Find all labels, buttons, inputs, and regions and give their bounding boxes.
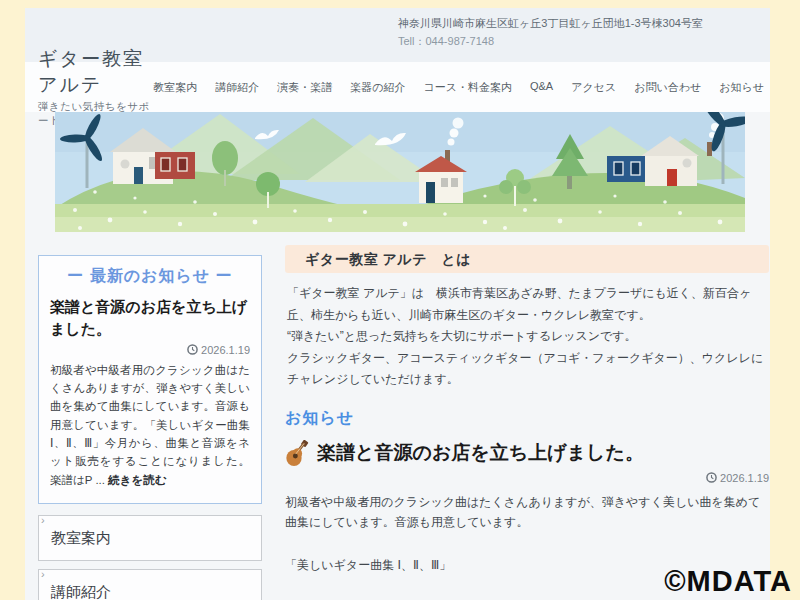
hero-image — [55, 112, 745, 232]
header-bar: ギター教室 アルテ 弾きたい気持ちをサポートします 教室案内 講師紹介 演奏・楽… — [25, 62, 770, 112]
nav-item-courses-fees[interactable]: コース・料金案内 — [423, 80, 512, 95]
school-address: 神奈川県川崎市麻生区虹ヶ丘3丁目虹ヶ丘団地1-3号棟304号室 — [25, 8, 770, 32]
news-paragraph-1: 初級者や中級者用のクラシック曲はたくさんありますが、弾きやすく美しい曲を集めて曲… — [285, 493, 769, 533]
sidebar-item-label: 教室案内 — [51, 529, 111, 548]
sidebar-item-instructor[interactable]: › 講師紹介 — [38, 569, 262, 600]
nav-item-contact[interactable]: お問い合わせ — [634, 80, 701, 95]
chevron-right-icon: › — [41, 515, 45, 526]
site-title: ギター教室 アルテ — [38, 46, 153, 98]
sidebar-article-excerpt: 初級者や中級者用のクラシック曲はたくさんありますが、弾きやすく美しい曲を集めて曲… — [50, 361, 250, 490]
nav-item-instructor[interactable]: 講師紹介 — [215, 80, 259, 95]
site-page: 神奈川県川崎市麻生区虹ヶ丘3丁目虹ヶ丘団地1-3号棟304号室 Tell：044… — [25, 8, 770, 600]
nav-item-classroom[interactable]: 教室案内 — [153, 80, 197, 95]
about-line-2: “弾きたい”と思った気持ちを大切にサポートするレッスンです。 — [287, 329, 637, 343]
sidebar-article-title[interactable]: 楽譜と音源のお店を立ち上げました。 — [50, 296, 250, 340]
sidebar-article-excerpt-text: 初級者や中級者用のクラシック曲はたくさんありますが、弾きやすく美しい曲を集めて曲… — [50, 364, 250, 486]
guitar-icon — [285, 440, 312, 467]
clock-icon — [187, 344, 198, 355]
about-line-1: 「ギター教室 アルテ」は 横浜市青葉区あざみ野、たまプラーザにも近く、新百合ヶ丘… — [287, 286, 751, 322]
about-section-heading: ギター教室 アルテ とは — [285, 245, 769, 273]
news-article-date: 2026.1.19 — [720, 472, 769, 484]
about-line-3: クラシックギター、アコースティックギター（アコギ・フォークギター）、ウクレレにチ… — [287, 351, 763, 387]
news-article-title-text: 楽譜と音源のお店を立ち上げました。 — [317, 440, 644, 466]
main-content: ギター教室 アルテ とは 「ギター教室 アルテ」は 横浜市青葉区あざみ野、たまプ… — [285, 245, 769, 600]
nav-item-access[interactable]: アクセス — [571, 80, 616, 95]
nav-item-performance[interactable]: 演奏・楽譜 — [277, 80, 332, 95]
sidebar-menu: › 教室案内 › 講師紹介 › 演奏・楽譜 — [38, 515, 262, 600]
latest-news-box: ー 最新のお知らせ ー 楽譜と音源のお店を立ち上げました。 2026.1.19 … — [38, 255, 262, 504]
news-section-heading: お知らせ — [285, 408, 769, 429]
main-navigation: 教室案内 講師紹介 演奏・楽譜 楽器の紹介 コース・料金案内 Q&A アクセス … — [153, 80, 764, 95]
landscape-illustration — [55, 112, 745, 232]
watermark: ©MDATA — [664, 565, 792, 598]
sidebar-article-dateline: 2026.1.19 — [50, 344, 250, 356]
chevron-right-icon: › — [41, 569, 45, 580]
sidebar-item-classroom[interactable]: › 教室案内 — [38, 515, 262, 561]
about-text: 「ギター教室 アルテ」は 横浜市青葉区あざみ野、たまプラーザにも近く、新百合ヶ丘… — [287, 283, 767, 391]
sidebar: ー 最新のお知らせ ー 楽譜と音源のお店を立ち上げました。 2026.1.19 … — [38, 255, 262, 600]
sidebar-item-label: 講師紹介 — [51, 583, 111, 600]
news-article-title[interactable]: 楽譜と音源のお店を立ち上げました。 — [285, 440, 769, 467]
read-more-link[interactable]: 続きを読む — [108, 474, 166, 486]
latest-news-title: ー 最新のお知らせ ー — [50, 266, 250, 287]
nav-item-qa[interactable]: Q&A — [530, 80, 553, 95]
news-article-dateline: 2026.1.19 — [285, 472, 769, 484]
clock-icon — [706, 472, 717, 483]
nav-item-news[interactable]: お知らせ — [719, 80, 764, 95]
nav-item-instruments[interactable]: 楽器の紹介 — [350, 80, 405, 95]
sidebar-article-date: 2026.1.19 — [201, 344, 250, 356]
